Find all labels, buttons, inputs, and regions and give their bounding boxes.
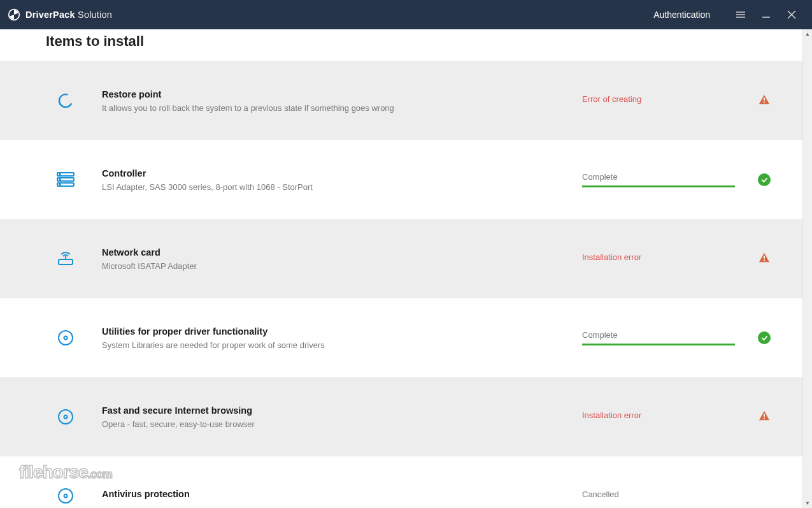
- item-text-block: Restore pointIt allows you to roll back …: [102, 89, 582, 113]
- disc-icon: [55, 485, 76, 507]
- network-icon: [55, 248, 76, 270]
- svg-point-7: [57, 92, 74, 109]
- svg-rect-25: [764, 418, 765, 419]
- svg-rect-8: [764, 98, 765, 101]
- item-description: LSI Adapter, SAS 3000 series, 8-port wit…: [102, 182, 582, 192]
- svg-rect-16: [59, 259, 73, 265]
- item-status: Complete: [582, 172, 748, 187]
- check-circle-icon: [758, 173, 771, 186]
- svg-point-15: [59, 184, 61, 185]
- progress-bar: [582, 185, 735, 187]
- svg-point-22: [59, 410, 73, 424]
- hamburger-menu-icon[interactable]: [728, 0, 753, 29]
- progress-bar: [582, 344, 735, 345]
- status-icon-wrap: [757, 93, 772, 108]
- disc-icon: [55, 406, 76, 428]
- item-title: Utilities for proper driver functionalit…: [102, 326, 582, 337]
- install-item-row: Fast and secure Internet browsingOpera -…: [0, 377, 802, 456]
- item-status: Cancelled: [582, 490, 748, 503]
- item-title: Controller: [102, 168, 582, 178]
- app-title: DriverPack Solution: [25, 10, 112, 20]
- install-item-row: Restore pointIt allows you to roll back …: [0, 61, 802, 140]
- install-item-row: ControllerLSI Adapter, SAS 3000 series, …: [0, 140, 802, 219]
- svg-point-13: [59, 174, 61, 175]
- item-status: Complete: [582, 330, 748, 345]
- item-text-block: Antivirus protection: [102, 489, 582, 503]
- svg-point-23: [64, 416, 68, 419]
- item-status: Error of creating: [582, 94, 748, 108]
- status-label: Installation error: [582, 410, 748, 420]
- svg-point-26: [59, 489, 73, 503]
- window-minimize-button[interactable]: [753, 0, 779, 29]
- item-text-block: Fast and secure Internet browsingOpera -…: [102, 405, 582, 429]
- status-icon-wrap: [757, 330, 772, 345]
- status-icon-wrap: [757, 172, 772, 187]
- install-item-row: Antivirus protectionCancelled: [0, 456, 802, 508]
- status-icon-wrap: [757, 409, 772, 425]
- status-label: Installation error: [582, 252, 748, 262]
- driverpack-logo-icon: [8, 8, 20, 21]
- disc-icon: [55, 327, 76, 349]
- controller-icon: [55, 169, 76, 191]
- warning-triangle-icon: [759, 94, 770, 108]
- item-status: Installation error: [582, 410, 748, 424]
- svg-rect-9: [764, 102, 765, 103]
- check-circle-icon: [758, 331, 771, 344]
- item-description: It allows you to roll back the system to…: [102, 103, 582, 113]
- item-title: Antivirus protection: [102, 489, 582, 499]
- item-title: Network card: [102, 247, 582, 258]
- item-description: Microsoft ISATAP Adapter: [102, 261, 582, 271]
- titlebar: DriverPack Solution Authentication: [0, 0, 812, 29]
- status-label: Complete: [582, 172, 748, 182]
- vertical-scrollbar[interactable]: ▲ ▼: [802, 29, 812, 508]
- warning-triangle-icon: [759, 410, 770, 424]
- svg-point-14: [59, 179, 61, 180]
- svg-point-21: [64, 337, 68, 340]
- warning-triangle-icon: [759, 252, 770, 266]
- svg-rect-19: [764, 260, 765, 261]
- svg-point-27: [64, 495, 68, 498]
- status-icon-wrap: [757, 251, 772, 266]
- item-status: Installation error: [582, 252, 748, 266]
- page-title: Items to install: [0, 29, 802, 61]
- svg-point-20: [59, 331, 73, 345]
- item-text-block: ControllerLSI Adapter, SAS 3000 series, …: [102, 168, 582, 192]
- scroll-down-arrow-icon[interactable]: ▼: [803, 498, 812, 508]
- item-title: Fast and secure Internet browsing: [102, 405, 582, 416]
- install-item-row: Utilities for proper driver functionalit…: [0, 298, 802, 377]
- scroll-up-arrow-icon[interactable]: ▲: [803, 29, 812, 39]
- status-label: Cancelled: [582, 490, 748, 499]
- content-area: Items to install Restore pointIt allows …: [0, 29, 802, 508]
- status-label: Complete: [582, 330, 748, 340]
- item-title: Restore point: [102, 89, 582, 99]
- item-text-block: Network cardMicrosoft ISATAP Adapter: [102, 247, 582, 271]
- install-item-row: Network cardMicrosoft ISATAP AdapterInst…: [0, 219, 802, 298]
- status-label: Error of creating: [582, 94, 748, 104]
- item-description: Opera - fast, secure, easy-to-use browse…: [102, 419, 582, 429]
- svg-rect-18: [764, 256, 765, 259]
- svg-rect-24: [764, 414, 765, 417]
- brand-bold: DriverPack: [25, 10, 75, 20]
- status-icon-wrap: [757, 488, 772, 504]
- item-description: System Libraries are needed for proper w…: [102, 340, 582, 350]
- spinner-icon: [55, 90, 76, 112]
- brand-thin: Solution: [75, 10, 112, 20]
- items-list: Restore pointIt allows you to roll back …: [0, 61, 802, 508]
- authentication-link[interactable]: Authentication: [653, 10, 710, 20]
- window-close-button[interactable]: [779, 0, 804, 29]
- item-text-block: Utilities for proper driver functionalit…: [102, 326, 582, 350]
